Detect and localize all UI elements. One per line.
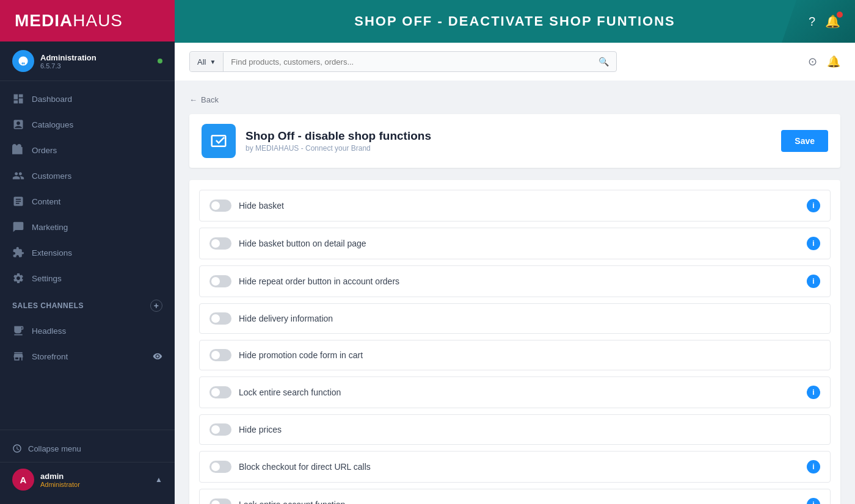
toggle-lock-account[interactable] bbox=[209, 499, 231, 504]
bell-icon[interactable]: 🔔 bbox=[825, 14, 840, 29]
settings-panel: Hide basketiHide basket button on detail… bbox=[189, 180, 840, 504]
add-sales-channel-button[interactable]: + bbox=[150, 300, 162, 312]
sidebar-item-customers[interactable]: Customers bbox=[0, 163, 175, 189]
toggle-slider-hide-promotion bbox=[209, 349, 231, 361]
clock-icon bbox=[12, 444, 22, 453]
sidebar-item-orders[interactable]: Orders bbox=[0, 137, 175, 163]
user-chevron-icon: ▲ bbox=[155, 475, 162, 484]
admin-info-text: Administration 6.5.7.3 bbox=[40, 53, 158, 70]
save-button[interactable]: Save bbox=[781, 130, 828, 152]
logo-light: HAUS bbox=[73, 11, 123, 30]
setting-label-block-checkout: Block checkout for direct URL calls bbox=[239, 462, 799, 472]
toggle-hide-promotion[interactable] bbox=[209, 349, 231, 361]
sidebar-item-label: Dashboard bbox=[32, 95, 72, 104]
setting-label-lock-account: Lock entire account function bbox=[239, 500, 799, 504]
info-icon-hide-basket-button[interactable]: i bbox=[807, 237, 820, 250]
info-icon-hide-repeat-order[interactable]: i bbox=[807, 275, 820, 288]
plugin-subtitle: by MEDIAHAUS - Connect your Brand bbox=[246, 144, 431, 153]
sidebar-item-label: Content bbox=[32, 197, 60, 206]
toggle-hide-delivery[interactable] bbox=[209, 312, 231, 325]
sidebar-item-catalogues[interactable]: Catalogues bbox=[0, 112, 175, 137]
search-container: All ▼ 🔍 bbox=[189, 51, 617, 72]
setting-row-hide-basket-button: Hide basket button on detail pagei bbox=[199, 228, 831, 259]
info-icon-lock-search[interactable]: i bbox=[807, 386, 820, 399]
toggle-hide-repeat-order[interactable] bbox=[209, 275, 231, 287]
top-header: SHOP OFF - DEACTIVATE SHOP FUNTIONS ? 🔔 bbox=[175, 0, 855, 43]
sidebar-item-content[interactable]: Content bbox=[0, 189, 175, 214]
search-button[interactable]: 🔍 bbox=[591, 52, 616, 71]
help-icon[interactable]: ? bbox=[809, 15, 815, 29]
admin-status-dot bbox=[158, 59, 162, 63]
toggle-hide-prices[interactable] bbox=[209, 423, 231, 436]
eye-icon bbox=[153, 351, 162, 361]
user-role: Administrator bbox=[40, 481, 155, 488]
sidebar-item-extensions[interactable]: Extensions bbox=[0, 240, 175, 265]
header-actions: ⊙ 🔔 bbox=[808, 55, 840, 68]
sidebar-logo: MEDIAHAUS bbox=[0, 0, 175, 41]
info-icon-lock-account[interactable]: i bbox=[807, 498, 820, 504]
user-name: admin bbox=[40, 472, 155, 481]
user-avatar: A bbox=[12, 469, 34, 491]
orders-icon bbox=[12, 144, 24, 156]
headless-icon bbox=[12, 325, 24, 337]
setting-label-lock-search: Lock entire search function bbox=[239, 387, 799, 397]
admin-icon bbox=[12, 50, 34, 72]
collapse-menu-label: Collapse menu bbox=[28, 444, 81, 453]
search-filter-button[interactable]: All ▼ bbox=[190, 52, 224, 71]
setting-row-hide-promotion: Hide promotion code form in cart bbox=[199, 340, 831, 370]
admin-name: Administration bbox=[40, 53, 158, 62]
toggle-slider-lock-account bbox=[209, 499, 231, 504]
catalogues-icon bbox=[12, 118, 24, 131]
plugin-info: Shop Off - disable shop functions by MED… bbox=[246, 129, 431, 153]
sidebar-item-label: Storefront bbox=[32, 352, 68, 361]
logo-text: MEDIAHAUS bbox=[15, 11, 123, 31]
info-icon-hide-basket[interactable]: i bbox=[807, 199, 820, 212]
collapse-menu-button[interactable]: Collapse menu bbox=[0, 437, 175, 459]
logo-bold: MEDIA bbox=[15, 11, 73, 30]
toggle-hide-basket[interactable] bbox=[209, 200, 231, 212]
plugin-title: Shop Off - disable shop functions bbox=[246, 129, 431, 143]
admin-version: 6.5.7.3 bbox=[40, 62, 158, 70]
dashboard-icon bbox=[12, 93, 24, 105]
back-arrow-icon: ← bbox=[189, 95, 197, 104]
search-filter-label: All bbox=[197, 57, 206, 67]
question-icon[interactable]: ⊙ bbox=[808, 55, 817, 68]
sidebar-item-label: Headless bbox=[32, 326, 66, 336]
setting-row-hide-prices: Hide prices bbox=[199, 414, 831, 445]
toggle-lock-search[interactable] bbox=[209, 386, 231, 398]
extensions-icon bbox=[12, 247, 24, 259]
toggle-slider-block-checkout bbox=[209, 461, 231, 473]
toggle-slider-hide-basket-button bbox=[209, 237, 231, 250]
content-area: ← Back Shop Off - disable shop functions… bbox=[175, 81, 855, 504]
setting-row-lock-search: Lock entire search functioni bbox=[199, 376, 831, 408]
page-title: SHOP OFF - DEACTIVATE SHOP FUNTIONS bbox=[189, 13, 840, 29]
toggle-slider-lock-search bbox=[209, 386, 231, 398]
storefront-icon bbox=[12, 350, 24, 362]
setting-label-hide-basket: Hide basket bbox=[239, 201, 799, 211]
search-bar-area: All ▼ 🔍 ⊙ 🔔 bbox=[175, 43, 855, 81]
sidebar-item-headless[interactable]: Headless bbox=[0, 318, 175, 344]
nav-menu: Dashboard Catalogues Orders Customers Co… bbox=[0, 81, 175, 430]
sidebar-item-dashboard[interactable]: Dashboard bbox=[0, 86, 175, 112]
toggle-slider-hide-repeat-order bbox=[209, 275, 231, 287]
toggle-block-checkout[interactable] bbox=[209, 461, 231, 473]
setting-label-hide-prices: Hide prices bbox=[239, 425, 820, 434]
notification-icon[interactable]: 🔔 bbox=[827, 55, 840, 68]
content-icon bbox=[12, 195, 24, 207]
toggle-hide-basket-button[interactable] bbox=[209, 237, 231, 250]
info-icon-block-checkout[interactable]: i bbox=[807, 460, 820, 473]
back-link[interactable]: ← Back bbox=[189, 95, 840, 104]
main-area: SHOP OFF - DEACTIVATE SHOP FUNTIONS ? 🔔 … bbox=[175, 0, 855, 504]
setting-row-hide-repeat-order: Hide repeat order button in account orde… bbox=[199, 265, 831, 297]
sidebar-item-label: Settings bbox=[32, 274, 62, 283]
sidebar-item-settings[interactable]: Settings bbox=[0, 265, 175, 291]
sidebar-item-storefront[interactable]: Storefront bbox=[0, 344, 175, 369]
sidebar-item-label: Catalogues bbox=[32, 120, 73, 129]
sidebar-item-marketing[interactable]: Marketing bbox=[0, 214, 175, 240]
customers-icon bbox=[12, 170, 24, 182]
setting-label-hide-promotion: Hide promotion code form in cart bbox=[239, 350, 820, 360]
user-bar[interactable]: A admin Administrator ▲ bbox=[0, 462, 175, 497]
marketing-icon bbox=[12, 221, 24, 233]
sales-channels-label: Sales Channels bbox=[12, 301, 84, 310]
search-input[interactable] bbox=[224, 52, 591, 71]
